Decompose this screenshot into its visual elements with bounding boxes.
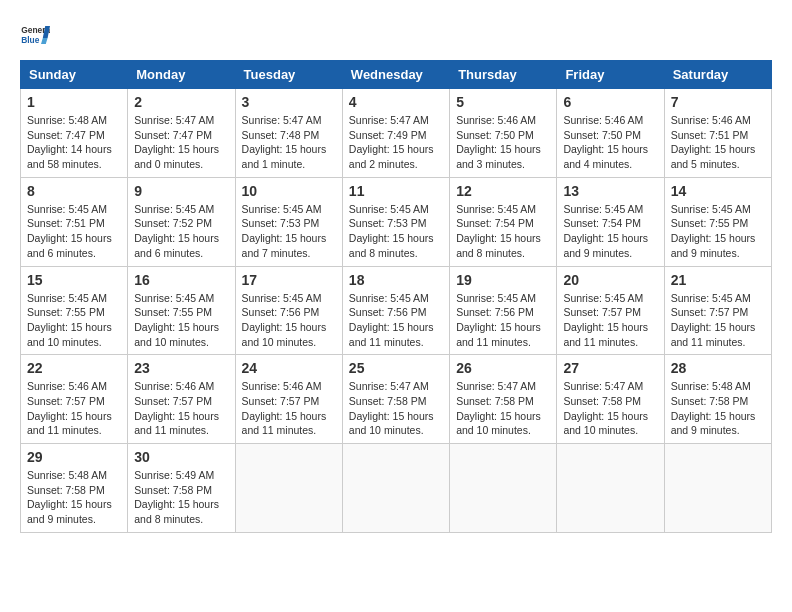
day-info: Sunrise: 5:45 AM Sunset: 7:57 PM Dayligh… [563, 291, 657, 350]
day-number: 5 [456, 94, 550, 110]
calendar-cell: 3Sunrise: 5:47 AM Sunset: 7:48 PM Daylig… [235, 89, 342, 178]
day-number: 11 [349, 183, 443, 199]
calendar-cell: 5Sunrise: 5:46 AM Sunset: 7:50 PM Daylig… [450, 89, 557, 178]
day-info: Sunrise: 5:45 AM Sunset: 7:55 PM Dayligh… [134, 291, 228, 350]
day-number: 8 [27, 183, 121, 199]
day-info: Sunrise: 5:45 AM Sunset: 7:54 PM Dayligh… [563, 202, 657, 261]
day-number: 14 [671, 183, 765, 199]
day-info: Sunrise: 5:48 AM Sunset: 7:58 PM Dayligh… [27, 468, 121, 527]
day-number: 16 [134, 272, 228, 288]
header-wednesday: Wednesday [342, 61, 449, 89]
day-number: 22 [27, 360, 121, 376]
day-info: Sunrise: 5:45 AM Sunset: 7:55 PM Dayligh… [671, 202, 765, 261]
day-number: 9 [134, 183, 228, 199]
day-info: Sunrise: 5:46 AM Sunset: 7:50 PM Dayligh… [456, 113, 550, 172]
calendar-cell: 17Sunrise: 5:45 AM Sunset: 7:56 PM Dayli… [235, 266, 342, 355]
calendar-cell: 16Sunrise: 5:45 AM Sunset: 7:55 PM Dayli… [128, 266, 235, 355]
calendar-cell: 25Sunrise: 5:47 AM Sunset: 7:58 PM Dayli… [342, 355, 449, 444]
calendar-cell: 28Sunrise: 5:48 AM Sunset: 7:58 PM Dayli… [664, 355, 771, 444]
logo-icon: General Blue [20, 20, 50, 50]
calendar-cell: 13Sunrise: 5:45 AM Sunset: 7:54 PM Dayli… [557, 177, 664, 266]
day-number: 2 [134, 94, 228, 110]
calendar-cell: 21Sunrise: 5:45 AM Sunset: 7:57 PM Dayli… [664, 266, 771, 355]
calendar-row: 29Sunrise: 5:48 AM Sunset: 7:58 PM Dayli… [21, 444, 772, 533]
day-info: Sunrise: 5:45 AM Sunset: 7:56 PM Dayligh… [349, 291, 443, 350]
day-info: Sunrise: 5:46 AM Sunset: 7:57 PM Dayligh… [134, 379, 228, 438]
day-info: Sunrise: 5:46 AM Sunset: 7:50 PM Dayligh… [563, 113, 657, 172]
logo: General Blue [20, 20, 50, 50]
day-number: 19 [456, 272, 550, 288]
day-info: Sunrise: 5:45 AM Sunset: 7:57 PM Dayligh… [671, 291, 765, 350]
calendar-row: 15Sunrise: 5:45 AM Sunset: 7:55 PM Dayli… [21, 266, 772, 355]
day-number: 6 [563, 94, 657, 110]
calendar-row: 1Sunrise: 5:48 AM Sunset: 7:47 PM Daylig… [21, 89, 772, 178]
calendar-cell [450, 444, 557, 533]
day-number: 29 [27, 449, 121, 465]
day-number: 25 [349, 360, 443, 376]
calendar-cell: 6Sunrise: 5:46 AM Sunset: 7:50 PM Daylig… [557, 89, 664, 178]
day-number: 13 [563, 183, 657, 199]
calendar-cell [557, 444, 664, 533]
calendar-cell: 24Sunrise: 5:46 AM Sunset: 7:57 PM Dayli… [235, 355, 342, 444]
calendar-cell: 15Sunrise: 5:45 AM Sunset: 7:55 PM Dayli… [21, 266, 128, 355]
day-number: 3 [242, 94, 336, 110]
day-info: Sunrise: 5:45 AM Sunset: 7:54 PM Dayligh… [456, 202, 550, 261]
day-info: Sunrise: 5:45 AM Sunset: 7:53 PM Dayligh… [242, 202, 336, 261]
header-sunday: Sunday [21, 61, 128, 89]
day-info: Sunrise: 5:47 AM Sunset: 7:58 PM Dayligh… [349, 379, 443, 438]
page-header: General Blue [20, 20, 772, 50]
calendar-table: Sunday Monday Tuesday Wednesday Thursday… [20, 60, 772, 533]
calendar-cell: 10Sunrise: 5:45 AM Sunset: 7:53 PM Dayli… [235, 177, 342, 266]
calendar-cell: 26Sunrise: 5:47 AM Sunset: 7:58 PM Dayli… [450, 355, 557, 444]
calendar-cell: 23Sunrise: 5:46 AM Sunset: 7:57 PM Dayli… [128, 355, 235, 444]
day-info: Sunrise: 5:45 AM Sunset: 7:56 PM Dayligh… [242, 291, 336, 350]
header-tuesday: Tuesday [235, 61, 342, 89]
calendar-cell: 27Sunrise: 5:47 AM Sunset: 7:58 PM Dayli… [557, 355, 664, 444]
day-number: 21 [671, 272, 765, 288]
day-number: 30 [134, 449, 228, 465]
header-saturday: Saturday [664, 61, 771, 89]
day-number: 4 [349, 94, 443, 110]
day-info: Sunrise: 5:45 AM Sunset: 7:53 PM Dayligh… [349, 202, 443, 261]
calendar-cell: 7Sunrise: 5:46 AM Sunset: 7:51 PM Daylig… [664, 89, 771, 178]
day-info: Sunrise: 5:47 AM Sunset: 7:48 PM Dayligh… [242, 113, 336, 172]
day-number: 23 [134, 360, 228, 376]
day-info: Sunrise: 5:46 AM Sunset: 7:57 PM Dayligh… [27, 379, 121, 438]
day-info: Sunrise: 5:47 AM Sunset: 7:47 PM Dayligh… [134, 113, 228, 172]
day-number: 28 [671, 360, 765, 376]
calendar-cell: 19Sunrise: 5:45 AM Sunset: 7:56 PM Dayli… [450, 266, 557, 355]
day-number: 15 [27, 272, 121, 288]
day-info: Sunrise: 5:49 AM Sunset: 7:58 PM Dayligh… [134, 468, 228, 527]
day-number: 20 [563, 272, 657, 288]
day-number: 1 [27, 94, 121, 110]
day-info: Sunrise: 5:45 AM Sunset: 7:55 PM Dayligh… [27, 291, 121, 350]
day-number: 26 [456, 360, 550, 376]
calendar-row: 8Sunrise: 5:45 AM Sunset: 7:51 PM Daylig… [21, 177, 772, 266]
day-info: Sunrise: 5:46 AM Sunset: 7:57 PM Dayligh… [242, 379, 336, 438]
svg-marker-3 [41, 38, 48, 44]
day-number: 27 [563, 360, 657, 376]
day-info: Sunrise: 5:46 AM Sunset: 7:51 PM Dayligh… [671, 113, 765, 172]
day-number: 18 [349, 272, 443, 288]
calendar-cell: 1Sunrise: 5:48 AM Sunset: 7:47 PM Daylig… [21, 89, 128, 178]
calendar-cell: 14Sunrise: 5:45 AM Sunset: 7:55 PM Dayli… [664, 177, 771, 266]
calendar-cell: 9Sunrise: 5:45 AM Sunset: 7:52 PM Daylig… [128, 177, 235, 266]
day-number: 12 [456, 183, 550, 199]
calendar-cell [664, 444, 771, 533]
calendar-cell: 12Sunrise: 5:45 AM Sunset: 7:54 PM Dayli… [450, 177, 557, 266]
calendar-cell: 11Sunrise: 5:45 AM Sunset: 7:53 PM Dayli… [342, 177, 449, 266]
header-friday: Friday [557, 61, 664, 89]
calendar-cell: 2Sunrise: 5:47 AM Sunset: 7:47 PM Daylig… [128, 89, 235, 178]
day-info: Sunrise: 5:45 AM Sunset: 7:51 PM Dayligh… [27, 202, 121, 261]
day-info: Sunrise: 5:47 AM Sunset: 7:49 PM Dayligh… [349, 113, 443, 172]
header-monday: Monday [128, 61, 235, 89]
day-number: 7 [671, 94, 765, 110]
calendar-cell [235, 444, 342, 533]
day-number: 17 [242, 272, 336, 288]
calendar-cell: 22Sunrise: 5:46 AM Sunset: 7:57 PM Dayli… [21, 355, 128, 444]
calendar-cell: 4Sunrise: 5:47 AM Sunset: 7:49 PM Daylig… [342, 89, 449, 178]
day-info: Sunrise: 5:47 AM Sunset: 7:58 PM Dayligh… [456, 379, 550, 438]
calendar-cell: 8Sunrise: 5:45 AM Sunset: 7:51 PM Daylig… [21, 177, 128, 266]
calendar-cell: 18Sunrise: 5:45 AM Sunset: 7:56 PM Dayli… [342, 266, 449, 355]
day-info: Sunrise: 5:45 AM Sunset: 7:52 PM Dayligh… [134, 202, 228, 261]
